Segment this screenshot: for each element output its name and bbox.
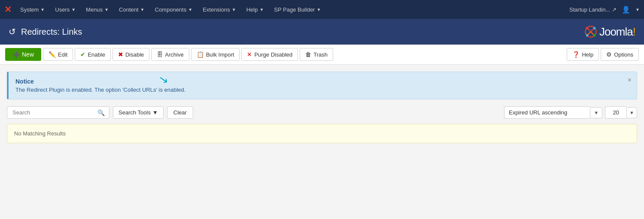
notice-box: Notice The Redirect Plugin is enabled. T… [7, 72, 637, 99]
notice-title: Notice [15, 78, 621, 85]
times-icon: ✕ [247, 51, 252, 58]
page-size-select[interactable]: 20 50 100 [605, 106, 626, 119]
bulk-import-button[interactable]: 📋 Bulk Import [191, 48, 240, 61]
joomla-x-logo[interactable]: ✕ [4, 4, 12, 15]
edit-label: Edit [58, 51, 67, 58]
nav-item-extensions[interactable]: Extensions ▼ [198, 4, 240, 15]
search-input[interactable] [9, 107, 95, 118]
joomla-logo-icon [585, 26, 597, 38]
archive-label: Archive [165, 51, 183, 58]
trash-button[interactable]: 🗑 Trash [300, 48, 333, 61]
help-arrow: ▼ [259, 7, 264, 12]
nav-item-menus[interactable]: Menus ▼ [82, 4, 113, 15]
trash-icon: 🗑 [305, 51, 311, 58]
sort-select[interactable]: Expired URL ascending Expired URL descen… [504, 106, 590, 119]
search-area: 🔍 Search Tools ▼ Clear Expired URL ascen… [7, 106, 637, 119]
search-tools-button[interactable]: Search Tools ▼ [113, 106, 164, 119]
refresh-icon[interactable]: ↺ [9, 27, 16, 37]
help-button[interactable]: ❓ Help [567, 48, 599, 61]
svg-point-4 [593, 34, 596, 37]
disable-label: Disable [125, 51, 144, 58]
import-icon: 📋 [197, 51, 204, 58]
bulk-import-label: Bulk Import [206, 51, 234, 58]
joomla-logo: Joomla! [585, 25, 635, 39]
svg-point-3 [586, 34, 589, 37]
disable-button[interactable]: ✖ Disable [112, 48, 149, 61]
plus-icon: ➕ [12, 51, 20, 58]
edit-icon: ✏️ [49, 51, 56, 58]
nav-item-components[interactable]: Components ▼ [151, 4, 197, 15]
content-arrow: ▼ [140, 7, 145, 12]
components-arrow: ▼ [188, 7, 192, 12]
nav-item-users[interactable]: Users ▼ [51, 4, 80, 15]
search-tools-label: Search Tools [118, 109, 151, 116]
search-tools-arrow: ▼ [152, 109, 158, 116]
enable-label: Enable [88, 51, 105, 58]
svg-point-2 [593, 27, 596, 30]
search-right: Expired URL ascending Expired URL descen… [504, 106, 637, 119]
sort-dropdown-button[interactable]: ▼ [590, 107, 602, 118]
joomla-exclaim: ! [633, 25, 635, 38]
no-matching-text: No Matching Results [14, 130, 66, 137]
archive-button[interactable]: 🗄 Archive [151, 48, 189, 61]
system-arrow: ▼ [40, 7, 45, 12]
x-circle-icon: ✖ [118, 51, 123, 58]
menus-arrow: ▼ [104, 7, 109, 12]
enable-button[interactable]: ✔ Enable [75, 48, 110, 61]
question-icon: ❓ [572, 51, 580, 58]
gear-icon: ⚙ [606, 51, 612, 58]
new-label: New [22, 51, 34, 58]
header-bar: ↺ Redirects: Links Joomla! [0, 19, 644, 45]
options-button[interactable]: ⚙ Options [601, 48, 639, 61]
notice-close-button[interactable]: × [628, 76, 632, 84]
nav-item-help[interactable]: Help ▼ [242, 4, 268, 15]
options-label: Options [614, 51, 633, 58]
svg-point-1 [586, 27, 589, 30]
help-label: Help [582, 51, 593, 58]
nav-item-system[interactable]: System ▼ [16, 4, 49, 15]
toolbar: ➕ New ✏️ Edit ✔ Enable ✖ Disable 🗄 Archi… [0, 45, 644, 65]
purge-disabled-label: Purge Disabled [254, 51, 292, 58]
search-input-wrap: 🔍 [7, 106, 109, 119]
user-icon[interactable]: 👤 [618, 6, 634, 14]
trash-label: Trash [313, 51, 328, 58]
sp-arrow: ▼ [316, 7, 321, 12]
search-submit-button[interactable]: 🔍 [95, 108, 107, 118]
joomla-logo-text: Joomla! [599, 25, 635, 39]
no-results-box: No Matching Results [7, 124, 637, 143]
new-button[interactable]: ➕ New [5, 48, 41, 61]
arrow-annotation: ↙ [158, 72, 169, 87]
page-title: Redirects: Links [21, 27, 82, 37]
search-icon: 🔍 [97, 109, 105, 116]
sort-select-wrap: Expired URL ascending Expired URL descen… [504, 106, 602, 119]
page-title-area: ↺ Redirects: Links [9, 27, 82, 37]
content-area: Notice The Redirect Plugin is enabled. T… [0, 65, 644, 150]
top-navigation: ✕ System ▼ Users ▼ Menus ▼ Content ▼ Com… [0, 0, 644, 19]
users-arrow: ▼ [71, 7, 76, 12]
clear-button[interactable]: Clear [167, 106, 193, 119]
nav-item-content[interactable]: Content ▼ [115, 4, 149, 15]
nav-item-sp-page-builder[interactable]: SP Page Builder ▼ [270, 4, 325, 15]
page-size-wrap: 20 50 100 ▼ [605, 106, 637, 119]
edit-button[interactable]: ✏️ Edit [43, 48, 73, 61]
extensions-arrow: ▼ [232, 7, 236, 12]
purge-disabled-button[interactable]: ✕ Purge Disabled [241, 48, 298, 61]
site-link[interactable]: Startup Landin... ↗ [569, 6, 617, 13]
user-dropdown-arrow[interactable]: ▼ [635, 7, 640, 12]
notice-text: The Redirect Plugin is enabled. The opti… [15, 87, 621, 93]
archive-icon: 🗄 [157, 51, 163, 58]
checkmark-icon: ✔ [80, 51, 85, 58]
page-size-dropdown-button[interactable]: ▼ [626, 107, 637, 118]
